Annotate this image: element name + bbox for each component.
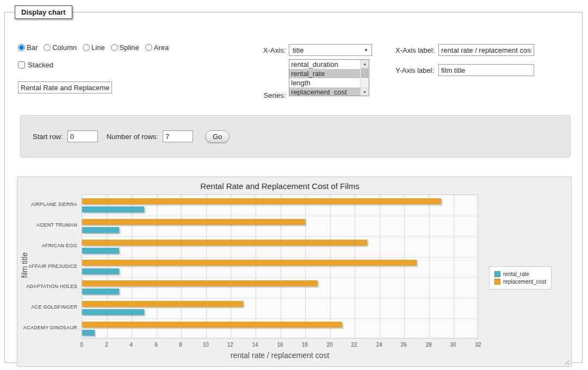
go-button[interactable]: Go bbox=[205, 130, 230, 143]
start-row-label: Start row: bbox=[33, 133, 63, 141]
gridline bbox=[231, 195, 231, 338]
category-label: ACADEMY DINOSAUR bbox=[17, 325, 77, 331]
num-rows-label: Number of rows: bbox=[107, 133, 158, 141]
category-label: ADAPTATION HOLES bbox=[17, 284, 77, 290]
chart-type-radio-bar[interactable] bbox=[18, 44, 25, 51]
series-option-length[interactable]: length bbox=[289, 78, 360, 87]
legend-swatch bbox=[494, 279, 500, 285]
category-label: AFRICAN EGG bbox=[17, 243, 77, 249]
chart-legend: rental_ratereplacement_cost bbox=[489, 266, 552, 290]
series-option-rental_rate[interactable]: rental_rate bbox=[289, 69, 360, 78]
chart-type-radio-label: Area bbox=[154, 43, 169, 52]
x-tick-label: 4 bbox=[129, 342, 133, 348]
bar-rental_rate bbox=[82, 268, 119, 274]
bar-replacement_cost bbox=[82, 240, 367, 246]
gridline bbox=[355, 195, 355, 338]
bar-rental_rate bbox=[82, 248, 119, 254]
chart-type-radio-label: Line bbox=[91, 43, 105, 52]
bar-replacement_cost bbox=[82, 198, 441, 204]
gridline bbox=[107, 195, 108, 338]
gridline-horizontal bbox=[82, 236, 478, 237]
bar-rental_rate bbox=[82, 309, 144, 315]
chart-type-option-bar[interactable]: Bar bbox=[18, 43, 38, 52]
resize-handle-icon[interactable] bbox=[563, 358, 570, 365]
start-row-input[interactable] bbox=[67, 130, 98, 142]
chart-title: Rental Rate and Replacement Cost of Film… bbox=[82, 181, 478, 191]
gridline-horizontal bbox=[82, 277, 478, 278]
gridline bbox=[404, 195, 405, 338]
chart-type-radio-label: Bar bbox=[27, 43, 38, 52]
x-tick-label: 24 bbox=[376, 342, 382, 348]
series-option-replacement_cost[interactable]: replacement_cost bbox=[289, 87, 360, 96]
gridline bbox=[181, 195, 182, 338]
gridline bbox=[206, 195, 207, 338]
row-range-panel: Start row: Number of rows: Go bbox=[20, 115, 571, 158]
bar-replacement_cost bbox=[82, 280, 318, 286]
gridline-horizontal bbox=[82, 318, 478, 319]
select-caret-icon: ▼ bbox=[364, 48, 368, 53]
series-caption: Series: bbox=[239, 91, 286, 99]
bar-rental_rate bbox=[82, 206, 144, 212]
x-tick-label: 18 bbox=[301, 342, 307, 348]
series-options: rental_durationrental_ratelengthreplacem… bbox=[289, 60, 360, 96]
x-axis-title: rental rate / replacement cost bbox=[82, 351, 478, 360]
scrollbar-thumb[interactable] bbox=[361, 68, 368, 78]
chart-type-option-area[interactable]: Area bbox=[145, 43, 169, 52]
gridline-horizontal bbox=[82, 257, 478, 258]
num-rows-input[interactable] bbox=[163, 130, 193, 142]
bar-rental_rate bbox=[82, 330, 95, 336]
x-tick-label: 12 bbox=[227, 342, 233, 348]
x-tick-label: 22 bbox=[351, 342, 357, 348]
gridline bbox=[157, 195, 157, 338]
chart-type-radio-spline[interactable] bbox=[111, 44, 118, 51]
legend-swatch bbox=[494, 271, 500, 277]
chart-title-input[interactable] bbox=[18, 81, 112, 93]
gridline bbox=[330, 195, 331, 338]
series-multiselect[interactable]: rental_durationrental_ratelengthreplacem… bbox=[289, 59, 369, 96]
panel-legend: Display chart bbox=[15, 5, 72, 19]
chart-type-radio-label: Column bbox=[52, 43, 77, 52]
x-axis-label-caption: X-Axis label: bbox=[395, 46, 435, 54]
bar-replacement_cost bbox=[82, 301, 243, 307]
x-tick-label: 16 bbox=[277, 342, 283, 348]
gridline bbox=[132, 195, 132, 338]
chart-type-option-column[interactable]: Column bbox=[44, 43, 77, 52]
x-tick-label: 26 bbox=[400, 342, 406, 348]
chart-type-option-spline[interactable]: Spline bbox=[111, 43, 139, 52]
series-option-rental_duration[interactable]: rental_duration bbox=[289, 60, 360, 69]
display-chart-panel: Display chart BarColumnLineSplineArea St… bbox=[4, 5, 583, 363]
chart-type-radio-line[interactable] bbox=[83, 44, 90, 51]
x-tick-label: 10 bbox=[202, 342, 208, 348]
panel-legend-label: Display chart bbox=[21, 8, 66, 16]
chart-type-radio-group: BarColumnLineSplineArea bbox=[18, 43, 169, 52]
chart-type-radio-column[interactable] bbox=[44, 44, 51, 51]
category-label: AFFAIR PREJUDICE bbox=[17, 264, 77, 269]
chart-type-option-line[interactable]: Line bbox=[83, 43, 105, 52]
x-axis-select[interactable]: title ▼ bbox=[289, 44, 372, 56]
plot-area bbox=[82, 195, 478, 338]
bar-replacement_cost bbox=[82, 322, 342, 328]
gridline bbox=[281, 195, 281, 338]
scrollbar[interactable]: ▲ ▼ bbox=[360, 60, 369, 96]
gridline bbox=[380, 195, 380, 338]
x-tick-label: 14 bbox=[252, 342, 258, 348]
category-label: AGENT TRUMAN bbox=[17, 222, 77, 228]
y-axis-label-input[interactable] bbox=[438, 64, 534, 76]
chart-container: Rental Rate and Replacement Cost of Film… bbox=[17, 177, 572, 367]
x-tick-label: 2 bbox=[105, 342, 108, 348]
bar-rental_rate bbox=[82, 227, 119, 233]
legend-label: replacement_cost bbox=[503, 279, 546, 285]
scroll-down-icon[interactable]: ▼ bbox=[361, 87, 369, 96]
gridline-horizontal bbox=[82, 298, 478, 298]
legend-label: rental_rate bbox=[503, 271, 529, 277]
gridline-horizontal bbox=[82, 216, 478, 216]
stacked-checkbox-row[interactable]: Stacked bbox=[18, 61, 53, 69]
stacked-checkbox[interactable] bbox=[18, 61, 25, 68]
gridline bbox=[305, 195, 306, 338]
chart-type-radio-area[interactable] bbox=[145, 44, 152, 51]
x-axis-label-input[interactable] bbox=[438, 44, 534, 56]
gridline bbox=[454, 195, 454, 338]
x-axis-caption: X-Axis: bbox=[239, 46, 286, 54]
scroll-up-icon[interactable]: ▲ bbox=[361, 60, 369, 68]
bar-rental_rate bbox=[82, 289, 119, 294]
